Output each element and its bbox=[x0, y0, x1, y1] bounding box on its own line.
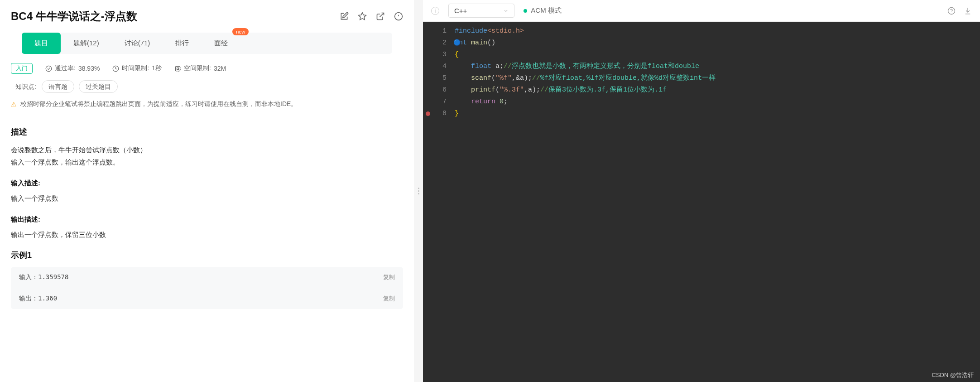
time-label: 时间限制: bbox=[122, 64, 149, 73]
space-limit: 空间限制: 32M bbox=[174, 64, 226, 73]
example-input-row: 输入：1.359578 复制 bbox=[11, 267, 403, 288]
knowledge-tag-0[interactable]: 语言题 bbox=[42, 80, 74, 93]
input-desc-text: 输入一个浮点数 bbox=[11, 192, 403, 204]
code-content[interactable]: #include<stdio.h>🔵int main(){ float a;//… bbox=[455, 22, 716, 382]
input-desc-title: 输入描述: bbox=[11, 179, 403, 188]
star-icon[interactable] bbox=[358, 12, 367, 21]
example-output-row: 输出：1.360 复制 bbox=[11, 288, 403, 309]
time-value: 1秒 bbox=[152, 64, 162, 73]
chevron-down-icon bbox=[503, 8, 509, 14]
warning-text: 校招时部分企业笔试将禁止编程题跳出页面，为提前适应，练习时请使用在线自测，而非本… bbox=[20, 100, 297, 108]
problem-header: BC4 牛牛学说话之-浮点数 题目题解(12)讨论(71)排行面经new bbox=[0, 0, 414, 54]
mode-label: ACM 模式 bbox=[531, 6, 562, 15]
problem-panel: BC4 牛牛学说话之-浮点数 题目题解(12)讨论(71)排行面经new 入门 … bbox=[0, 0, 414, 382]
svg-rect-6 bbox=[176, 66, 180, 71]
toolbar-right bbox=[947, 7, 972, 15]
output-desc-text: 输出一个浮点数，保留三位小数 bbox=[11, 228, 403, 241]
description-text: 会说整数之后，牛牛开始尝试浮点数（小数）输入一个浮点数，输出这个浮点数。 bbox=[11, 144, 403, 168]
knowledge-row: 知识点: 语言题过关题目 bbox=[0, 79, 414, 100]
mode-indicator: ACM 模式 bbox=[524, 6, 562, 15]
editor-toolbar: i C++ ACM 模式 bbox=[423, 0, 980, 22]
svg-marker-0 bbox=[359, 13, 366, 20]
svg-rect-7 bbox=[177, 68, 179, 69]
info-icon[interactable] bbox=[394, 12, 403, 21]
tab-2[interactable]: 讨论(71) bbox=[112, 33, 163, 54]
tab-0[interactable]: 题目 bbox=[22, 33, 61, 54]
example-box: 输入：1.359578 复制 输出：1.360 复制 bbox=[11, 267, 403, 309]
example-input: 输入：1.359578 bbox=[19, 273, 68, 281]
copy-input-button[interactable]: 复制 bbox=[383, 273, 395, 281]
language-select[interactable]: C++ bbox=[448, 4, 514, 18]
knowledge-tag-1[interactable]: 过关题目 bbox=[79, 80, 118, 93]
example-title: 示例1 bbox=[11, 250, 403, 261]
editor-panel: i C++ ACM 模式 12345678 #include<stdio.h>🔵… bbox=[423, 0, 980, 382]
status-dot-icon bbox=[524, 9, 527, 13]
knowledge-label: 知识点: bbox=[15, 83, 36, 91]
copy-output-button[interactable]: 复制 bbox=[383, 295, 395, 303]
warning-icon: ⚠ bbox=[11, 101, 17, 108]
code-editor[interactable]: 12345678 #include<stdio.h>🔵int main(){ f… bbox=[423, 22, 980, 382]
output-desc-title: 输出描述: bbox=[11, 215, 403, 224]
example-output: 输出：1.360 bbox=[19, 295, 57, 303]
space-value: 32M bbox=[214, 65, 226, 72]
memory-icon bbox=[174, 65, 181, 72]
tab-1[interactable]: 题解(12) bbox=[61, 33, 112, 54]
tabs-bar: 题目题解(12)讨论(71)排行面经new bbox=[22, 33, 392, 54]
line-gutter: 12345678 bbox=[423, 22, 455, 382]
language-value: C++ bbox=[454, 7, 467, 15]
svg-point-4 bbox=[46, 66, 52, 72]
tab-3[interactable]: 排行 bbox=[163, 33, 202, 54]
pass-value: 38.93% bbox=[78, 65, 100, 72]
title-row: BC4 牛牛学说话之-浮点数 bbox=[11, 9, 403, 24]
problem-content: 描述 会说整数之后，牛牛开始尝试浮点数（小数）输入一个浮点数，输出这个浮点数。 … bbox=[0, 126, 414, 320]
warning-bar: ⚠ 校招时部分企业笔试将禁止编程题跳出页面，为提前适应，练习时请使用在线自测，而… bbox=[0, 100, 414, 117]
pass-label: 通过率: bbox=[55, 64, 76, 73]
toolbar-info-icon[interactable]: i bbox=[431, 7, 439, 15]
download-icon[interactable] bbox=[964, 7, 972, 15]
panel-divider[interactable] bbox=[414, 0, 423, 382]
pass-rate: 通过率: 38.93% bbox=[45, 64, 100, 73]
clock-icon bbox=[112, 65, 119, 72]
share-icon[interactable] bbox=[376, 12, 385, 21]
problem-title: BC4 牛牛学说话之-浮点数 bbox=[11, 9, 137, 24]
title-actions bbox=[340, 12, 403, 21]
edit-icon[interactable] bbox=[340, 12, 349, 21]
cursor-marker-icon: 🔵 bbox=[453, 37, 461, 49]
description-title: 描述 bbox=[11, 126, 403, 137]
breakpoint-icon[interactable] bbox=[426, 111, 430, 116]
check-circle-icon bbox=[45, 65, 52, 72]
svg-point-16 bbox=[948, 7, 955, 14]
space-label: 空间限制: bbox=[184, 64, 211, 73]
difficulty-tag: 入门 bbox=[11, 63, 33, 74]
meta-row: 入门 通过率: 38.93% 时间限制: 1秒 空间限制: 32M bbox=[0, 54, 414, 79]
watermark: CSDN @曾浩轩 bbox=[932, 371, 974, 379]
new-badge: new bbox=[232, 28, 249, 35]
help-icon[interactable] bbox=[947, 7, 956, 15]
time-limit: 时间限制: 1秒 bbox=[112, 64, 162, 73]
tab-4[interactable]: 面经new bbox=[202, 33, 240, 54]
